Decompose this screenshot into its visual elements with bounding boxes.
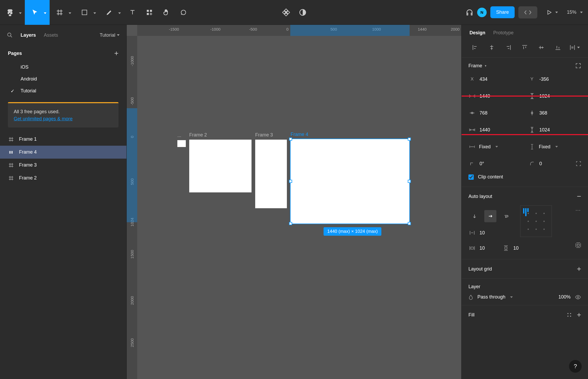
canvas[interactable]: ...Frame 2Frame 3Frame 41440 (max) × 102… (127, 25, 461, 379)
resize-v-dropdown[interactable]: Fixed (539, 144, 551, 150)
layer-label: Frame 4 (19, 149, 37, 155)
min-height-input[interactable]: 368 (539, 110, 547, 116)
page-item-ios[interactable]: iOS (0, 61, 126, 73)
upsell-link[interactable]: Get unlimited pages & more (14, 116, 113, 122)
max-width-input[interactable]: 1440 (480, 127, 490, 133)
remove-autolayout-button[interactable]: − (577, 192, 581, 201)
align-left-button[interactable] (470, 43, 480, 52)
pages-header: Pages (8, 51, 22, 56)
align-top-button[interactable] (519, 43, 530, 52)
shape-tool-button[interactable] (74, 0, 99, 25)
svg-rect-0 (82, 10, 87, 15)
fit-button[interactable] (575, 63, 581, 69)
independent-corners-button[interactable] (576, 161, 581, 166)
visibility-button[interactable] (575, 295, 581, 300)
text-tool-button[interactable] (124, 0, 141, 25)
file-dropdown[interactable]: Tutorial (100, 32, 120, 38)
resize-h-dropdown[interactable]: Fixed (479, 144, 491, 150)
layer-item-frame2[interactable]: Frame 2 (0, 172, 126, 184)
max-height-input[interactable]: 1024 (539, 127, 550, 133)
height-input[interactable]: 1024 (539, 93, 550, 99)
direction-wrap-button[interactable] (500, 210, 512, 222)
dark-mode-button[interactable] (299, 8, 307, 16)
direction-horizontal-button[interactable] (484, 210, 496, 222)
hand-tool-button[interactable] (158, 0, 175, 25)
zoom-dropdown[interactable]: 15% (567, 10, 583, 15)
x-input[interactable]: 434 (480, 77, 487, 82)
distribute-button[interactable] (569, 43, 580, 52)
svg-point-12 (567, 316, 568, 317)
pad-v-input[interactable]: 10 (513, 245, 519, 251)
align-bottom-button[interactable] (553, 43, 563, 52)
svg-point-11 (570, 313, 571, 314)
add-layout-grid-button[interactable]: + (577, 265, 581, 273)
opacity-input[interactable]: 100% (558, 294, 571, 300)
diamond-grid-icon (281, 8, 291, 17)
align-right-button[interactable] (503, 43, 514, 52)
pen-icon (106, 9, 113, 16)
resources-button[interactable] (141, 0, 158, 25)
tab-assets[interactable]: Assets (44, 32, 58, 38)
headphones-icon (466, 8, 473, 16)
blend-icon (468, 295, 473, 300)
search-icon[interactable] (7, 32, 13, 38)
present-button[interactable] (541, 10, 563, 15)
y-input[interactable]: -356 (539, 77, 549, 82)
canvas-frame[interactable]: Frame 2 (189, 140, 252, 192)
rectangle-icon (81, 9, 88, 16)
width-input[interactable]: 1440 (480, 93, 490, 99)
layer-item-frame1[interactable]: Frame 1 (0, 133, 126, 146)
layer-label: Frame 3 (19, 162, 37, 168)
height-icon (528, 93, 536, 99)
rotation-input[interactable]: 0° (480, 161, 484, 167)
main-menu-button[interactable] (0, 0, 25, 25)
text-icon (129, 9, 136, 16)
dev-mode-button[interactable] (518, 6, 537, 18)
frame-icon (8, 137, 14, 142)
comment-tool-button[interactable] (175, 0, 192, 25)
align-vcenter-button[interactable] (536, 43, 547, 52)
tab-design[interactable]: Design (470, 30, 485, 36)
svg-rect-3 (147, 13, 149, 15)
upsell-banner: All 3 free pages used. Get unlimited pag… (8, 102, 118, 127)
alignment-box[interactable] (520, 205, 552, 237)
tab-layers[interactable]: Layers (21, 32, 36, 38)
canvas-frame[interactable]: Frame 41440 (max) × 1024 (max) (291, 139, 409, 224)
svg-point-9 (577, 296, 579, 298)
blend-mode-dropdown[interactable]: Pass through (477, 294, 513, 300)
independent-padding-button[interactable] (575, 242, 581, 254)
pad-h-input[interactable]: 10 (480, 245, 485, 251)
canvas-frame[interactable]: Frame 3 (255, 140, 287, 208)
page-item-android[interactable]: Android (0, 73, 126, 85)
align-hcenter-button[interactable] (486, 43, 497, 52)
add-page-button[interactable]: + (114, 49, 118, 58)
layer-item-frame4[interactable]: Frame 4 (0, 146, 126, 159)
avatar[interactable]: N (477, 8, 487, 17)
gap-input[interactable]: 10 (480, 230, 485, 236)
autolayout-more-button[interactable]: ⋯ (575, 207, 581, 213)
svg-point-13 (570, 316, 571, 317)
min-width-input[interactable]: 768 (480, 110, 487, 116)
frame-section-title[interactable]: Frame▼ (468, 63, 487, 69)
direction-vertical-button[interactable] (468, 210, 481, 222)
share-button[interactable]: Share (490, 6, 515, 18)
frame-tool-button[interactable] (50, 0, 74, 25)
svg-rect-1 (147, 10, 149, 12)
svg-rect-7 (11, 151, 11, 154)
rotation-icon (468, 161, 476, 166)
page-item-tutorial[interactable]: Tutorial (0, 85, 126, 97)
radius-input[interactable]: 0 (539, 161, 542, 167)
layer-item-frame3[interactable]: Frame 3 (0, 159, 126, 172)
fill-styles-button[interactable] (567, 312, 572, 317)
radius-icon (528, 161, 536, 166)
move-tool-button[interactable] (25, 0, 50, 25)
plugins-button[interactable] (281, 8, 291, 17)
audio-button[interactable] (466, 8, 473, 16)
add-fill-button[interactable]: + (577, 311, 581, 319)
pen-tool-button[interactable] (99, 0, 124, 25)
resize-h-icon (468, 145, 476, 148)
clip-content-checkbox[interactable] (468, 174, 474, 180)
canvas-frame[interactable]: ... (177, 140, 186, 147)
tab-prototype[interactable]: Prototype (493, 30, 514, 36)
help-button[interactable]: ? (569, 360, 582, 373)
